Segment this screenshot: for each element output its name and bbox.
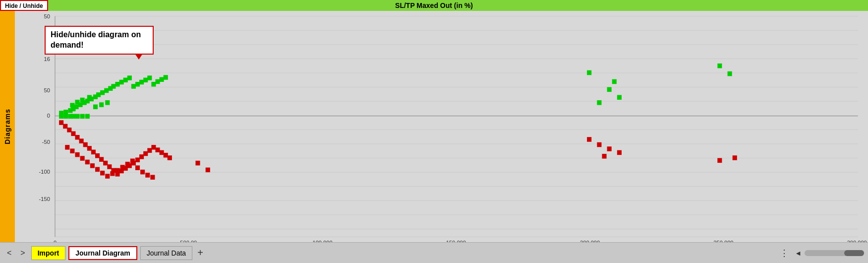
svg-rect-125 [135, 165, 140, 170]
svg-rect-118 [100, 171, 105, 176]
journal-diagram-tab[interactable]: Journal Diagram [68, 246, 137, 260]
svg-rect-67 [99, 102, 104, 107]
svg-rect-64 [80, 98, 85, 103]
svg-rect-123 [125, 162, 130, 167]
svg-rect-35 [63, 110, 68, 115]
main-content: Diagrams Hide/unhide diagram on demand! [0, 11, 868, 242]
svg-rect-61 [164, 75, 168, 80]
scroll-thumb [844, 250, 864, 256]
svg-rect-84 [63, 124, 67, 129]
scroll-track[interactable] [805, 250, 864, 256]
svg-rect-93 [99, 157, 104, 162]
svg-text:100 000: 100 000 [312, 240, 332, 242]
nav-next-button[interactable]: > [17, 248, 28, 259]
svg-rect-45 [100, 90, 105, 95]
svg-text:500 00: 500 00 [180, 240, 197, 242]
svg-rect-106 [151, 145, 156, 150]
svg-rect-128 [150, 175, 155, 180]
journal-data-tab[interactable]: Journal Data [140, 246, 192, 260]
svg-rect-54 [135, 82, 140, 87]
svg-rect-74 [80, 114, 85, 119]
svg-text:-100: -100 [39, 169, 50, 175]
svg-rect-44 [96, 92, 101, 97]
svg-rect-91 [91, 150, 96, 155]
svg-rect-111 [65, 145, 69, 150]
svg-rect-116 [90, 163, 95, 168]
sidebar: Diagrams [0, 11, 15, 242]
svg-rect-52 [127, 75, 132, 80]
nav-prev-button[interactable]: < [4, 248, 14, 259]
svg-rect-124 [130, 159, 135, 164]
svg-rect-77 [607, 87, 612, 92]
svg-rect-110 [168, 155, 172, 160]
svg-text:-50: -50 [42, 139, 50, 145]
svg-rect-135 [602, 154, 606, 159]
svg-rect-119 [105, 174, 110, 179]
svg-rect-102 [135, 157, 140, 162]
bottom-bar: < > Import Journal Diagram Journal Data … [0, 242, 868, 263]
svg-text:50: 50 [44, 13, 50, 19]
svg-rect-95 [107, 164, 112, 169]
svg-rect-72 [71, 114, 75, 119]
svg-rect-112 [70, 148, 74, 153]
scroll-left-arrow[interactable]: ◄ [795, 249, 802, 257]
chart-area: Hide/unhide diagram on demand! [15, 11, 868, 242]
svg-rect-126 [140, 170, 145, 175]
svg-rect-134 [617, 150, 622, 155]
svg-text:150 000: 150 000 [446, 240, 466, 242]
svg-rect-0 [55, 16, 858, 237]
svg-rect-66 [93, 105, 98, 110]
svg-rect-108 [160, 150, 164, 155]
svg-rect-137 [733, 155, 737, 160]
svg-rect-69 [59, 114, 63, 119]
svg-rect-68 [105, 100, 110, 105]
svg-rect-121 [115, 168, 119, 173]
svg-text:250 000: 250 000 [713, 240, 733, 242]
svg-rect-76 [587, 70, 591, 75]
add-tab-button[interactable]: + [195, 247, 205, 259]
svg-rect-82 [728, 71, 732, 76]
svg-rect-63 [75, 100, 79, 105]
svg-rect-94 [103, 161, 108, 166]
svg-rect-75 [85, 114, 90, 119]
svg-rect-55 [139, 80, 144, 85]
svg-rect-59 [155, 79, 160, 84]
import-button[interactable]: Import [31, 246, 66, 260]
svg-rect-122 [120, 165, 125, 170]
svg-rect-81 [717, 64, 722, 68]
svg-text:16: 16 [44, 56, 50, 62]
svg-text:0: 0 [54, 240, 57, 242]
svg-rect-130 [206, 168, 210, 173]
chart-title: SL/TP Maxed Out (in %) [395, 1, 473, 9]
svg-rect-87 [75, 135, 79, 140]
svg-rect-53 [131, 84, 136, 89]
svg-rect-80 [597, 100, 601, 105]
svg-rect-51 [123, 78, 128, 83]
top-bar: Hide / Unhide SL/TP Maxed Out (in %) [0, 0, 868, 11]
svg-rect-104 [143, 151, 148, 156]
svg-rect-129 [195, 161, 200, 166]
svg-rect-48 [111, 84, 116, 89]
svg-text:300 000: 300 000 [847, 240, 867, 242]
hide-unhide-button[interactable]: Hide / Unhide [0, 0, 48, 11]
svg-rect-85 [67, 128, 71, 132]
svg-rect-117 [95, 167, 100, 172]
svg-rect-132 [597, 142, 601, 147]
svg-text:0: 0 [47, 113, 50, 119]
svg-rect-89 [83, 142, 88, 147]
svg-rect-133 [607, 146, 612, 151]
callout-tooltip: Hide/unhide diagram on demand! [45, 26, 154, 55]
svg-rect-86 [71, 132, 75, 136]
app-container: Hide / Unhide SL/TP Maxed Out (in %) Dia… [0, 0, 868, 263]
svg-rect-105 [147, 148, 152, 153]
svg-rect-38 [74, 105, 78, 110]
svg-rect-58 [151, 82, 156, 87]
svg-rect-113 [75, 152, 79, 157]
menu-dots-button[interactable]: ⋮ [777, 248, 792, 259]
svg-rect-109 [164, 153, 168, 158]
svg-rect-70 [63, 114, 68, 119]
svg-rect-57 [147, 75, 152, 80]
svg-rect-50 [119, 80, 124, 85]
svg-rect-127 [145, 173, 150, 178]
svg-rect-83 [59, 120, 63, 125]
